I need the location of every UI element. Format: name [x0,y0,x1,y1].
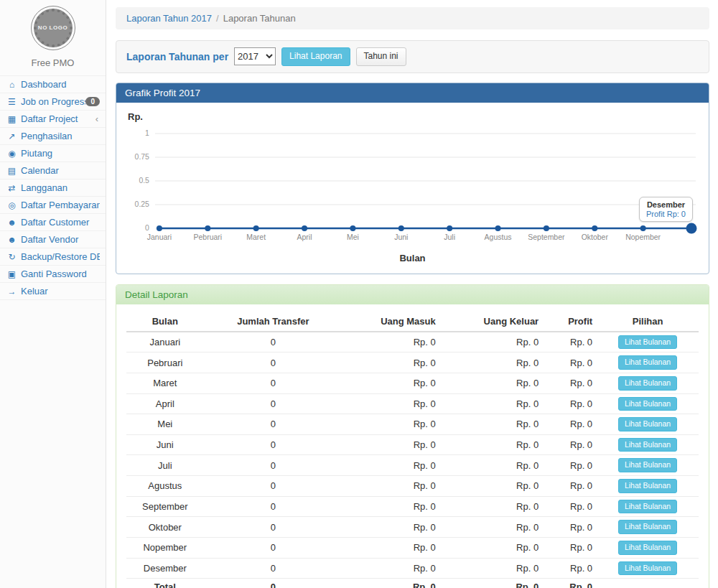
brand-name: Free PMO [0,53,106,75]
data-point-oktober[interactable] [592,225,597,231]
count-badge: 0 [85,97,100,106]
sidebar-item-label: Ganti Password [21,269,100,279]
cell-jumlah-transfer: 0 [204,496,343,517]
sidebar-item-job-on-progress[interactable]: ☰Job on Progress0 [0,93,106,110]
cell-uang-masuk: Rp. 0 [342,455,439,476]
cell-pilihan: Lihat Bulanan [597,332,699,353]
data-point-desember[interactable] [686,223,697,233]
view-monthly-button[interactable]: Lihat Bulanan [618,500,677,514]
cell-uang-masuk: Rp. 0 [342,414,439,435]
data-point-agustus[interactable] [495,225,501,231]
users-icon: ☻ [6,218,18,228]
sidebar-item-daftar-customer[interactable]: ☻Daftar Customer [0,213,106,230]
col-header-pilihan: Pilihan [597,312,699,332]
y-axis-title: Rp. [128,111,699,122]
sidebar-item-label: Daftar Vendor [21,234,100,245]
sidebar-item-penghasilan[interactable]: ↗Penghasilan [0,127,106,144]
data-point-juli[interactable] [447,225,452,231]
cell-profit: Rp. 0 [543,332,597,353]
sidebar-item-label: Daftar Pembayaran [21,200,100,210]
sidebar-item-calendar[interactable]: ▤Calendar [0,162,106,179]
cell-uang-keluar: Rp. 0 [440,353,543,373]
chart-line-icon: ↗ [6,131,18,141]
cell-jumlah-transfer: 0 [204,476,343,497]
year-filter-form: Laporan Tahunan per 2017 Lihat Laporan T… [116,40,709,73]
data-point-nopember[interactable] [640,225,646,231]
sidebar-item-backup-restore-db[interactable]: ↻Backup/Restore DB [0,248,106,265]
cell-jumlah-transfer: 0 [204,414,343,435]
x-tick-label: April [297,233,312,241]
page: NO LOGO Free PMO ⌂Dashboard☰Job on Progr… [0,0,718,588]
data-point-januari[interactable] [157,225,162,231]
data-point-september[interactable] [544,225,549,231]
cell-jumlah-transfer: 0 [204,517,343,538]
cell-uang-keluar: Rp. 0 [440,373,543,393]
total-uang-keluar: Rp. 0 [440,579,543,588]
cell-profit: Rp. 0 [543,496,597,517]
data-point-juni[interactable] [398,225,404,231]
view-monthly-button[interactable]: Lihat Bulanan [618,520,677,534]
view-monthly-button[interactable]: Lihat Bulanan [618,355,677,370]
cell-profit: Rp. 0 [543,455,597,476]
sidebar-item-label: Piutang [21,148,100,159]
breadcrumb-link-laporan-tahun[interactable]: Laporan Tahun 2017 [126,13,212,24]
data-point-maret[interactable] [253,225,259,231]
calendar-icon: ▤ [6,166,18,176]
cell-uang-masuk: Rp. 0 [342,558,439,579]
sidebar-item-daftar-vendor[interactable]: ☻Daftar Vendor [0,230,106,248]
cell-uang-keluar: Rp. 0 [440,455,543,476]
refresh-icon: ↻ [6,252,18,262]
report-row-april: April0Rp. 0Rp. 0Rp. 0Lihat Bulanan [126,393,699,414]
view-monthly-button[interactable]: Lihat Bulanan [618,438,677,452]
logo: NO LOGO [0,0,106,53]
report-row-oktober: Oktober0Rp. 0Rp. 0Rp. 0Lihat Bulanan [126,517,699,538]
year-filter-label: Laporan Tahunan per [126,51,228,62]
sidebar-item-langganan[interactable]: ⇄Langganan [0,179,106,196]
data-point-mei[interactable] [350,225,355,231]
cell-uang-masuk: Rp. 0 [342,373,439,393]
breadcrumb-separator: / [212,13,223,24]
year-select[interactable]: 2017 [234,47,276,65]
cell-uang-masuk: Rp. 0 [342,393,439,414]
report-table-header-row: Bulan Jumlah Transfer Uang Masuk Uang Ke… [126,312,699,332]
sidebar-item-daftar-pembayaran[interactable]: ◎Daftar Pembayaran [0,196,106,213]
cell-bulan: Juli [126,455,204,476]
cell-uang-keluar: Rp. 0 [440,558,543,579]
col-header-profit: Profit [543,312,597,332]
data-point-april[interactable] [302,225,307,231]
cell-pilihan: Lihat Bulanan [597,517,699,538]
view-monthly-button[interactable]: Lihat Bulanan [618,335,677,350]
view-monthly-button[interactable]: Lihat Bulanan [618,397,677,411]
view-monthly-button[interactable]: Lihat Bulanan [618,561,677,576]
data-point-pebruari[interactable] [205,225,210,231]
this-year-button[interactable]: Tahun ini [356,47,406,66]
report-total-row: Total0Rp. 0Rp. 0Rp. 0 [126,579,699,588]
cell-profit: Rp. 0 [543,517,597,538]
sidebar-item-dashboard[interactable]: ⌂Dashboard [0,75,106,93]
sidebar-item-daftar-project[interactable]: ▦Daftar Project‹ [0,110,106,127]
view-monthly-button[interactable]: Lihat Bulanan [618,417,677,431]
report-row-maret: Maret0Rp. 0Rp. 0Rp. 0Lihat Bulanan [126,373,699,393]
cell-jumlah-transfer: 0 [204,558,343,579]
cell-jumlah-transfer: 0 [204,393,343,414]
cell-pilihan: Lihat Bulanan [597,558,699,579]
cell-pilihan: Lihat Bulanan [597,414,699,435]
cell-bulan: Nopember [126,538,204,559]
total-profit: Rp. 0 [543,579,597,588]
cell-pilihan: Lihat Bulanan [597,538,699,559]
y-tick-label: 0.5 [139,177,149,185]
sidebar-item-ganti-password[interactable]: ▣Ganti Password [0,265,106,282]
report-row-juli: Juli0Rp. 0Rp. 0Rp. 0Lihat Bulanan [126,455,699,476]
x-tick-label: Oktober [582,233,609,241]
no-logo-seal: NO LOGO [31,6,75,50]
view-monthly-button[interactable]: Lihat Bulanan [618,541,677,555]
table-icon: ▦ [6,114,18,124]
view-monthly-button[interactable]: Lihat Bulanan [618,458,677,472]
view-monthly-button[interactable]: Lihat Bulanan [618,479,677,493]
sidebar-item-label: Daftar Customer [21,217,100,228]
view-monthly-button[interactable]: Lihat Bulanan [618,376,677,391]
view-report-button[interactable]: Lihat Laporan [281,47,350,66]
sidebar-item-keluar[interactable]: →Keluar [0,282,106,300]
sidebar-item-piutang[interactable]: ◉Piutang [0,144,106,162]
cell-pilihan: Lihat Bulanan [597,373,699,393]
